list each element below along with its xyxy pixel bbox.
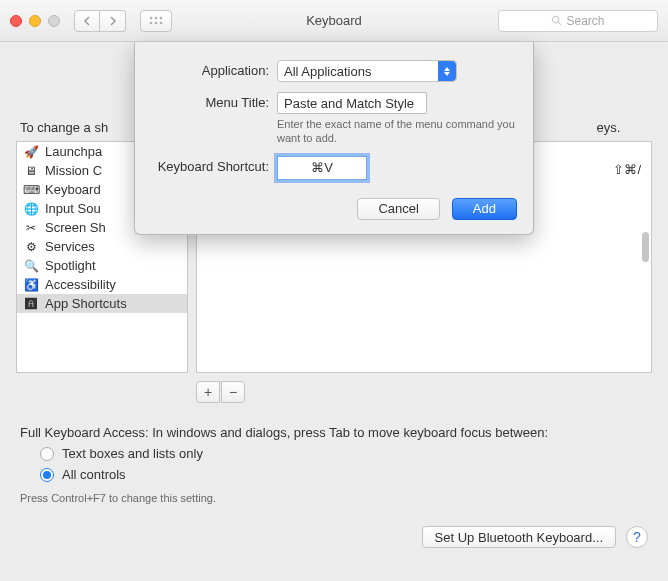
add-button[interactable]: Add — [452, 198, 517, 220]
grid-icon — [149, 16, 163, 26]
sidebar-item-spotlight[interactable]: 🔍Spotlight — [17, 256, 187, 275]
chevron-updown-icon — [438, 61, 456, 81]
setup-bluetooth-keyboard-button[interactable]: Set Up Bluetooth Keyboard... — [422, 526, 616, 548]
back-button[interactable] — [74, 10, 100, 32]
titlebar: Keyboard Search — [0, 0, 668, 42]
remove-shortcut-button[interactable]: − — [221, 381, 245, 403]
svg-point-2 — [160, 16, 163, 19]
sidebar-item-services[interactable]: ⚙Services — [17, 237, 187, 256]
application-label: Application: — [151, 60, 277, 78]
fka-option-textboxes[interactable]: Text boxes and lists only — [40, 446, 652, 461]
accessibility-icon: ♿ — [23, 277, 39, 293]
cancel-button[interactable]: Cancel — [357, 198, 439, 220]
svg-point-0 — [150, 16, 153, 19]
show-all-button[interactable] — [140, 10, 172, 32]
app-shortcuts-icon: 🅰 — [23, 296, 39, 312]
search-input[interactable]: Search — [498, 10, 658, 32]
minimize-window-button[interactable] — [29, 15, 41, 27]
add-shortcut-sheet: Application: All Applications Menu Title… — [134, 42, 534, 235]
svg-point-1 — [155, 16, 158, 19]
svg-line-7 — [559, 22, 562, 25]
help-button[interactable]: ? — [626, 526, 648, 548]
fka-hint: Press Control+F7 to change this setting. — [20, 492, 652, 504]
svg-point-5 — [160, 21, 163, 24]
search-placeholder: Search — [566, 14, 604, 28]
close-window-button[interactable] — [10, 15, 22, 27]
add-shortcut-button[interactable]: + — [196, 381, 220, 403]
mission-control-icon: 🖥 — [23, 163, 39, 179]
input-sources-icon: 🌐 — [23, 201, 39, 217]
nav-buttons — [74, 10, 126, 32]
fka-label: Full Keyboard Access: In windows and dia… — [16, 425, 652, 440]
launchpad-icon: 🚀 — [23, 144, 39, 160]
fka-option-all-controls[interactable]: All controls — [40, 467, 652, 482]
footer: Set Up Bluetooth Keyboard... ? — [16, 526, 652, 548]
zoom-window-button — [48, 15, 60, 27]
svg-point-6 — [553, 16, 559, 22]
spotlight-icon: 🔍 — [23, 258, 39, 274]
menu-title-input[interactable]: Paste and Match Style — [277, 92, 427, 114]
svg-point-4 — [155, 21, 158, 24]
services-icon: ⚙ — [23, 239, 39, 255]
add-remove-bar: + − — [196, 381, 652, 403]
application-select[interactable]: All Applications — [277, 60, 457, 82]
menu-title-label: Menu Title: — [151, 92, 277, 110]
menu-title-description: Enter the exact name of the menu command… — [277, 117, 517, 146]
keyboard-shortcut-label: Keyboard Shortcut: — [151, 156, 277, 174]
forward-button[interactable] — [100, 10, 126, 32]
svg-point-3 — [150, 21, 153, 24]
keyboard-shortcut-input[interactable]: ⌘V — [277, 156, 367, 180]
radio-icon — [40, 447, 54, 461]
shortcut-value: ⇧⌘/ — [613, 162, 641, 177]
traffic-lights — [10, 15, 60, 27]
sidebar-item-accessibility[interactable]: ♿Accessibility — [17, 275, 187, 294]
sidebar-item-app-shortcuts[interactable]: 🅰App Shortcuts — [17, 294, 187, 313]
radio-icon — [40, 468, 54, 482]
search-icon — [551, 15, 562, 26]
scrollbar-thumb[interactable] — [642, 232, 649, 262]
screenshot-icon: ✂ — [23, 220, 39, 236]
keyboard-icon: ⌨ — [23, 182, 39, 198]
